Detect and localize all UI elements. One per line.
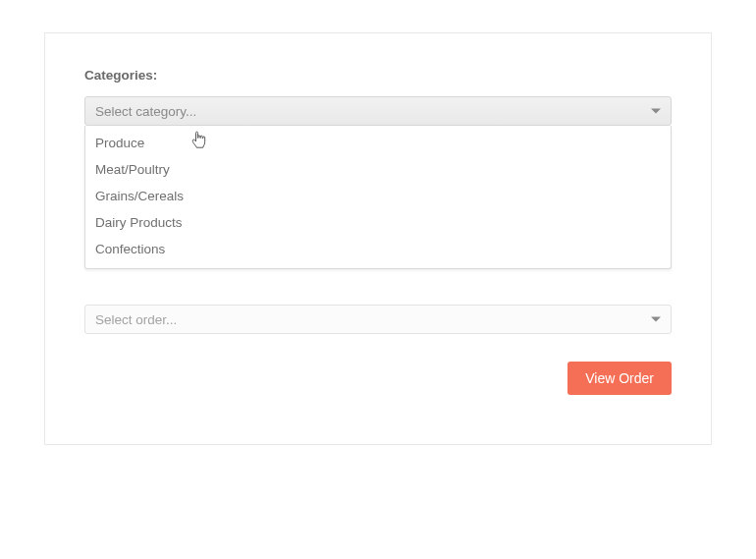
list-item[interactable]: Grains/Cereals	[85, 183, 671, 209]
chevron-down-icon	[651, 317, 661, 322]
list-item[interactable]: Produce	[85, 130, 671, 156]
button-row: View Order	[84, 362, 672, 395]
list-item[interactable]: Confections	[85, 236, 671, 262]
list-item[interactable]: Dairy Products	[85, 209, 671, 236]
cursor-hand-icon	[191, 131, 207, 151]
category-placeholder: Select category...	[95, 104, 196, 119]
view-order-button[interactable]: View Order	[567, 362, 672, 395]
order-select-row: Select order...	[84, 305, 672, 334]
category-dropdown[interactable]: Select category...	[84, 96, 672, 126]
list-item[interactable]: Meat/Poultry	[85, 156, 671, 183]
chevron-down-icon	[651, 109, 661, 114]
category-dropdown-list: Produce Meat/Poultry Grains/Cereals Dair…	[84, 126, 672, 269]
form-panel: Categories: Select category... Produce M…	[44, 32, 712, 445]
category-dropdown-wrap: Select category... Produce Meat/Poultry …	[84, 96, 672, 126]
order-placeholder: Select order...	[95, 312, 177, 327]
order-dropdown[interactable]: Select order...	[84, 305, 672, 334]
categories-label: Categories:	[84, 68, 672, 83]
